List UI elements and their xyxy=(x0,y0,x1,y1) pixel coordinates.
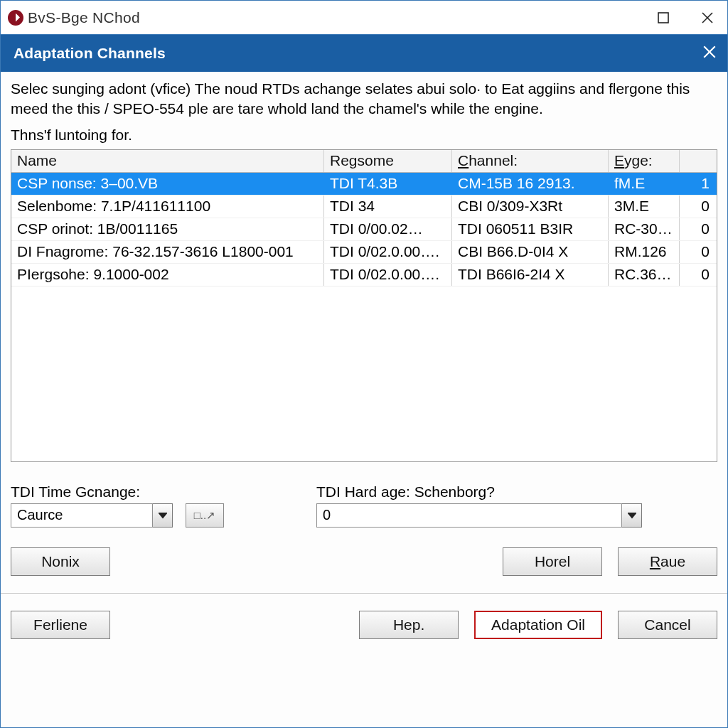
table-row[interactable]: Selenbome: 7.1P/411611100TDI 34CBI 0/309… xyxy=(11,196,717,218)
app-title: BvS-Bge NChod xyxy=(28,9,140,26)
cell-name: CSP nonse: 3–00.VB xyxy=(11,173,324,195)
intro-text: Selec sunging adont (vfice) The noud RTD… xyxy=(11,79,717,119)
cell-name: DI Fnagrome: 76-32.157-3616 L1800-001 xyxy=(11,241,324,263)
ferliene-button[interactable]: Ferliene xyxy=(11,611,110,639)
cell-name: CSP orinot: 1B/0011165 xyxy=(11,218,324,240)
cell-num: 0 xyxy=(680,218,715,240)
table-header: Name Regsome Channel: Eyge: xyxy=(11,150,717,173)
cell-eyge: RC.360… xyxy=(609,264,680,286)
svg-marker-6 xyxy=(628,513,636,518)
cell-channel: CBI 0/309-X3Rt xyxy=(452,196,609,218)
channels-table[interactable]: Name Regsome Channel: Eyge: CSP nonse: 3… xyxy=(11,149,717,462)
maximize-button[interactable] xyxy=(643,1,683,34)
dialog-close-button[interactable] xyxy=(702,44,717,63)
dialog-titlebar: Adaptation Channels xyxy=(1,35,727,72)
tdi-time-input[interactable] xyxy=(11,503,153,528)
aux-icon-button[interactable]: □..↗ xyxy=(186,503,224,528)
cell-channel: CBI B66.D-0I4 X xyxy=(452,241,609,263)
tdi-hard-label: TDI Hard age: Schenborg? xyxy=(316,483,643,500)
tdi-hard-input[interactable] xyxy=(316,503,622,528)
outer-close-button[interactable] xyxy=(687,1,727,34)
button-row-1: Nonix Horel Raue xyxy=(11,547,717,576)
cell-name: PIergsohe: 9.1000-002 xyxy=(11,264,324,286)
tdi-hard-combo[interactable] xyxy=(316,503,643,528)
close-icon xyxy=(700,11,714,25)
hep-button[interactable]: Hep. xyxy=(359,611,459,639)
close-icon xyxy=(702,44,717,60)
separator xyxy=(1,593,727,594)
nonix-button[interactable]: Nonix xyxy=(11,547,110,576)
cell-num: 1 xyxy=(680,173,715,195)
dialog-title: Adaptation Channels xyxy=(14,45,166,62)
cell-channel: TDI B66I6-2I4 X xyxy=(452,264,609,286)
svg-marker-5 xyxy=(159,513,166,518)
app-icon xyxy=(8,10,23,26)
tdi-hard-dropdown[interactable] xyxy=(622,503,642,528)
col-name-header[interactable]: Name xyxy=(11,150,324,172)
cell-regsome: TDI T4.3B xyxy=(324,173,452,195)
cell-regsome: TDI 0/02.0.00…. xyxy=(324,241,452,263)
table-row[interactable]: PIergsohe: 9.1000-002TDI 0/02.0.00….TDI … xyxy=(11,264,717,287)
cell-num: 0 xyxy=(680,264,715,286)
table-row[interactable]: DI Fnagrome: 76-32.157-3616 L1800-001TDI… xyxy=(11,241,717,264)
col-channel-header[interactable]: Channel: xyxy=(452,150,609,172)
cell-num: 0 xyxy=(680,241,715,263)
button-row-2: Ferliene Hep. Adaptation Oil Cancel xyxy=(11,611,717,649)
cancel-button[interactable]: Cancel xyxy=(618,611,717,639)
outer-titlebar: BvS-Bge NChod xyxy=(1,1,727,35)
col-eyge-header[interactable]: Eyge: xyxy=(609,150,680,172)
horel-button[interactable]: Horel xyxy=(503,547,602,576)
table-body: CSP nonse: 3–00.VBTDI T4.3BCM-15B 16 291… xyxy=(11,173,717,461)
cell-num: 0 xyxy=(680,196,715,218)
cell-regsome: TDI 0/02.0.00…. xyxy=(324,264,452,286)
tdi-time-combo[interactable] xyxy=(11,503,173,528)
cell-eyge: RC-300… xyxy=(609,218,680,240)
table-row[interactable]: CSP nonse: 3–00.VBTDI T4.3BCM-15B 16 291… xyxy=(11,173,717,196)
table-row[interactable]: CSP orinot: 1B/0011165TDI 0/00.02…TDI 06… xyxy=(11,218,717,241)
cell-regsome: TDI 0/00.02… xyxy=(324,218,452,240)
maximize-icon xyxy=(656,11,670,25)
tdi-time-dropdown[interactable] xyxy=(153,503,173,528)
col-num-header[interactable] xyxy=(680,150,715,172)
cell-regsome: TDI 34 xyxy=(324,196,452,218)
cell-name: Selenbome: 7.1P/411611100 xyxy=(11,196,324,218)
chevron-down-icon xyxy=(628,511,636,520)
tdi-time-label: TDI Time Gcnange: xyxy=(11,483,224,500)
cell-channel: CM-15B 16 2913. xyxy=(452,173,609,195)
dialog-body: Selec sunging adont (vfice) The noud RTD… xyxy=(1,72,727,727)
cell-eyge: 3M.E xyxy=(609,196,680,218)
app-window: BvS-Bge NChod Adaptation Channels Selec … xyxy=(0,0,728,728)
col-regsome-header[interactable]: Regsome xyxy=(324,150,452,172)
intro-subtext: Thns'f luntoing for. xyxy=(11,127,717,144)
chevron-down-icon xyxy=(159,511,167,520)
cell-channel: TDI 060511 B3IR xyxy=(452,218,609,240)
raue-button[interactable]: Raue xyxy=(618,547,717,576)
adaptation-oil-button[interactable]: Adaptation Oil xyxy=(474,611,602,639)
svg-rect-0 xyxy=(658,13,668,23)
cell-eyge: RM.126 xyxy=(609,241,680,263)
cell-eyge: fM.E xyxy=(609,173,680,195)
form-row: TDI Time Gcnange: □..↗ TDI Hard age: Sch… xyxy=(11,483,717,528)
